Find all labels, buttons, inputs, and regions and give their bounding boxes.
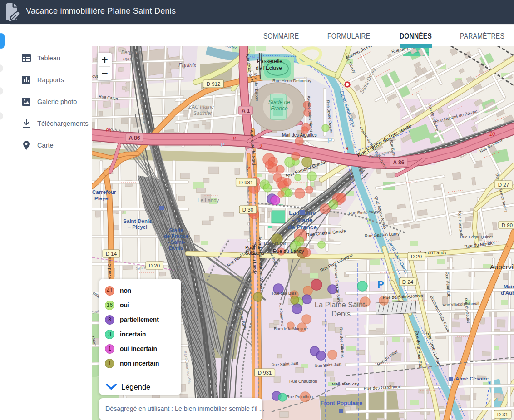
svg-text:Aubervill: Aubervill (490, 263, 514, 271)
svg-text:P: P (221, 141, 225, 148)
svg-text:D 90: D 90 (502, 222, 513, 228)
svg-text:- Stade: - Stade (292, 217, 313, 223)
svg-text:Mail Jean Zay: Mail Jean Zay (332, 381, 359, 386)
svg-text:- Saint-: - Saint- (168, 239, 185, 245)
svg-text:Rue Edgar Quinet: Rue Edgar Quinet (460, 235, 493, 239)
svg-text:P: P (327, 136, 332, 145)
svg-text:Mairie: Mairie (504, 284, 514, 289)
svg-text:D 931: D 931 (239, 180, 253, 185)
svg-text:Rue de la Montjoie: Rue de la Montjoie (274, 326, 308, 331)
svg-text:9: 9 (346, 146, 348, 151)
svg-text:Equinix: Equinix (178, 62, 197, 69)
svg-text:D 24: D 24 (402, 279, 414, 285)
svg-text:Rue Henri Delaunay: Rue Henri Delaunay (272, 78, 311, 83)
svg-text:D 14: D 14 (106, 251, 117, 257)
svg-text:Denis: Denis (331, 310, 351, 318)
svg-text:D 31: D 31 (497, 412, 508, 417)
svg-text:oyeur: oyeur (123, 56, 136, 61)
svg-text:Stade de: Stade de (268, 99, 290, 105)
svg-text:2: 2 (247, 166, 250, 171)
svg-text:Pleyel: Pleyel (94, 196, 109, 201)
svg-text:Mail des Aiguilles: Mail des Aiguilles (282, 133, 317, 138)
svg-text:8b: 8b (106, 128, 111, 133)
svg-text:ZAC Plaine: ZAC Plaine (188, 104, 214, 109)
svg-text:de France: de France (288, 224, 317, 231)
svg-text:10: 10 (489, 131, 495, 137)
svg-text:D 931: D 931 (258, 370, 272, 376)
svg-text:de France: de France (164, 233, 188, 239)
svg-text:France: France (271, 105, 288, 112)
svg-text:A 86: A 86 (393, 159, 405, 166)
svg-text:Le Landy: Le Landy (198, 198, 219, 203)
svg-text:A 1: A 1 (242, 108, 250, 114)
svg-text:d'Aubervillie: d'Aubervillie (501, 290, 514, 296)
svg-text:Rue des Blés: Rue des Blés (272, 291, 297, 296)
svg-text:Denis: Denis (169, 245, 183, 251)
svg-text:D 20: D 20 (411, 254, 422, 259)
svg-text:Rue du Landy: Rue du Landy (273, 248, 304, 254)
svg-text:Bergerat: Bergerat (121, 49, 141, 55)
svg-text:D 20: D 20 (149, 263, 160, 268)
svg-text:D 30: D 30 (242, 207, 253, 212)
svg-text:8: 8 (233, 136, 236, 141)
svg-text:Saulnier: Saulnier (193, 110, 213, 116)
svg-text:9: 9 (259, 143, 262, 148)
svg-text:Front Populaire: Front Populaire (321, 400, 362, 406)
svg-text:A 86: A 86 (129, 135, 140, 141)
svg-text:Passerelle: Passerelle (257, 58, 282, 64)
svg-text:Rue Chaudron: Rue Chaudron (289, 379, 317, 384)
svg-text:Carrefour: Carrefour (92, 189, 116, 195)
svg-text:Stade: Stade (169, 227, 183, 233)
svg-text:Saint-Denis: Saint-Denis (123, 218, 152, 224)
svg-text:D 27: D 27 (498, 182, 509, 188)
svg-text:P: P (377, 279, 384, 290)
svg-text:Aimé Césaire: Aimé Césaire (455, 376, 489, 381)
svg-text:D 912: D 912 (207, 81, 221, 87)
svg-text:Rue Proudhon: Rue Proudhon (287, 395, 313, 399)
svg-text:– Pleyel: – Pleyel (128, 224, 148, 230)
